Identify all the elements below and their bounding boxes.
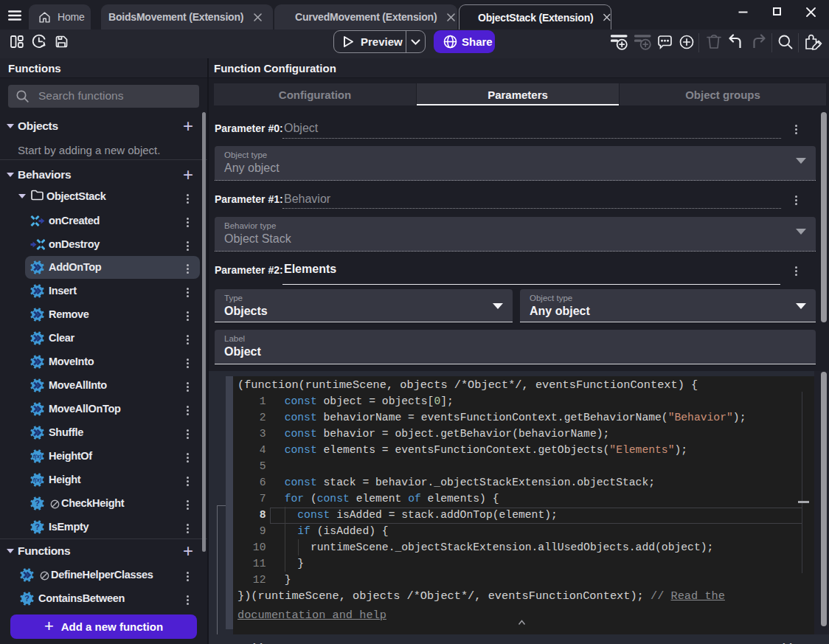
svg-text:?: ? — [24, 594, 30, 603]
svg-text:f(x): f(x) — [33, 453, 42, 460]
svg-text:f(x): f(x) — [33, 477, 42, 483]
svg-text:?: ? — [35, 499, 40, 508]
svg-text:?: ? — [35, 522, 40, 531]
